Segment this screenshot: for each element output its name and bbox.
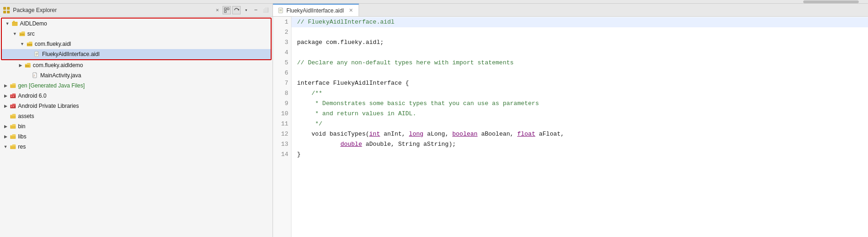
expand-icon-res[interactable]: ▼ (2, 143, 9, 150)
svg-rect-6 (224, 11, 226, 12)
res-folder-icon (9, 143, 17, 150)
tree-item-gen[interactable]: ▶ gen [Generated Java Files] (0, 81, 273, 91)
src-folder-icon (19, 30, 26, 37)
tree-label-mainactivity: MainActivity.java (40, 72, 81, 79)
svg-point-33 (13, 106, 14, 107)
panel-close-button[interactable]: ✕ (215, 7, 220, 13)
svg-rect-9 (13, 21, 15, 22)
tree-label-src: src (27, 31, 35, 37)
svg-rect-8 (12, 22, 18, 26)
tree-item-com-flueky-aidl[interactable]: ▼ com.flueky.aidl (2, 39, 271, 49)
expand-icon-android6[interactable]: ▶ (2, 92, 9, 100)
svg-rect-23 (25, 65, 27, 67)
expand-icon-libs[interactable]: ▶ (2, 133, 9, 140)
android-private-icon (9, 102, 17, 110)
tree-item-bin[interactable]: ▶ bin (0, 121, 273, 131)
expand-icon-gen[interactable]: ▶ (2, 82, 9, 89)
tab-close-button[interactable]: ✕ (348, 7, 354, 13)
svg-rect-11 (20, 34, 21, 35)
svg-rect-24 (27, 65, 29, 67)
package-explorer-tree[interactable]: ▼ AIDLDemo ▼ (0, 17, 273, 237)
tree-label-gen: gen [Generated Java Files] (18, 82, 85, 89)
gen-folder-icon (9, 82, 17, 89)
svg-point-32 (11, 106, 12, 107)
android-lib-icon (9, 92, 17, 100)
svg-rect-5 (227, 8, 229, 10)
svg-rect-1 (7, 7, 10, 10)
editor-tab-bar: FluekyAidlInterface.aidl ✕ (273, 4, 868, 17)
highlight-selection-box: ▼ AIDLDemo ▼ (1, 18, 272, 60)
code-text[interactable]: // FluekyAidlInterface.aidl package com.… (291, 17, 868, 237)
tree-item-mainactivity[interactable]: ▶ J MainActivity.java (0, 70, 273, 81)
svg-point-29 (11, 96, 12, 97)
svg-rect-13 (23, 34, 24, 35)
tree-label-com-flueky-aidldemo: com.flueky.aidldemo (33, 62, 83, 69)
expand-icon-aidldemo-pkg[interactable]: ▶ (17, 62, 24, 69)
libs-folder-icon (9, 133, 17, 140)
aidl-tab-icon (278, 7, 284, 14)
tree-label-libs: libs (18, 133, 26, 140)
tree-label-aidl-file: FluekyAidlInterface.aidl (42, 51, 99, 57)
svg-point-30 (13, 96, 14, 97)
expand-icon-src[interactable]: ▼ (11, 30, 19, 37)
tree-item-android6[interactable]: ▶ Android 6.0 (0, 91, 273, 101)
dropdown-arrow[interactable]: ▾ (242, 6, 250, 14)
svg-rect-16 (29, 44, 31, 45)
tree-label-assets: assets (18, 113, 34, 119)
package-icon (26, 40, 33, 48)
top-scrollbar-area (0, 0, 868, 4)
svg-marker-7 (238, 9, 239, 11)
svg-rect-15 (27, 44, 29, 45)
svg-text:J: J (33, 74, 35, 77)
expand-icon-bin[interactable]: ▶ (2, 123, 9, 130)
panel-title: Package Explorer (13, 7, 212, 13)
package-explorer-icon (3, 6, 10, 14)
tree-label-bin: bin (18, 123, 25, 130)
tree-label-res: res (18, 143, 26, 150)
tree-label-android-private: Android Private Libraries (18, 103, 79, 109)
expand-icon-com-flueky-aidl[interactable]: ▼ (19, 40, 26, 48)
svg-rect-12 (22, 34, 23, 35)
tree-item-libs[interactable]: ▶ libs (0, 131, 273, 142)
maximize-button[interactable]: ⬜ (261, 6, 270, 14)
svg-rect-3 (7, 11, 10, 13)
svg-rect-4 (224, 8, 226, 10)
panel-header: Package Explorer ✕ ▾ (0, 4, 273, 17)
tree-item-android-private[interactable]: ▶ Android Private Libraries (0, 101, 273, 111)
minimize-button[interactable]: — (252, 6, 260, 14)
tree-item-aidldemo[interactable]: ▼ AIDLDemo (2, 19, 271, 29)
code-editor-panel: FluekyAidlInterface.aidl ✕ 12345 678910 … (273, 4, 868, 237)
tree-item-res[interactable]: ▼ res (0, 142, 273, 152)
project-icon (11, 20, 19, 27)
panel-toolbar: ▾ — ⬜ (223, 6, 270, 14)
sync-button[interactable] (232, 6, 241, 14)
aidl-file-icon (33, 50, 41, 58)
horizontal-scrollbar-thumb[interactable] (803, 0, 859, 3)
assets-folder-icon (9, 112, 17, 120)
package-explorer-panel: Package Explorer ✕ ▾ (0, 4, 273, 237)
bin-folder-icon (9, 123, 17, 130)
tree-item-src[interactable]: ▼ src (2, 29, 271, 39)
expand-icon-aidldemo[interactable]: ▼ (4, 20, 11, 27)
code-editor-area: 12345 678910 11121314 // FluekyAidlInter… (273, 17, 868, 237)
tree-label-android6: Android 6.0 (18, 93, 46, 99)
tab-title: FluekyAidlInterface.aidl (286, 7, 344, 14)
tree-item-flueky-aidl-file[interactable]: ▶ FluekyAidlInterface.aidl (2, 49, 271, 59)
svg-rect-0 (3, 7, 6, 10)
collapse-all-button[interactable] (223, 6, 231, 14)
package-icon-2 (24, 62, 31, 69)
svg-rect-2 (3, 11, 6, 13)
tree-item-com-flueky-aidldemo[interactable]: ▶ com.flueky.aidldemo (0, 60, 273, 70)
tab-flueky-aidl[interactable]: FluekyAidlInterface.aidl ✕ (273, 4, 359, 16)
line-numbers: 12345 678910 11121314 (273, 17, 291, 237)
tree-item-assets[interactable]: ▶ assets (0, 111, 273, 121)
main-container: Package Explorer ✕ ▾ (0, 4, 868, 237)
java-file-icon: J (31, 72, 39, 79)
svg-rect-17 (31, 44, 32, 45)
tree-label-com-flueky-aidl: com.flueky.aidl (35, 41, 71, 47)
expand-icon-android-private[interactable]: ▶ (2, 102, 9, 110)
tree-label-aidldemo: AIDLDemo (20, 20, 47, 27)
